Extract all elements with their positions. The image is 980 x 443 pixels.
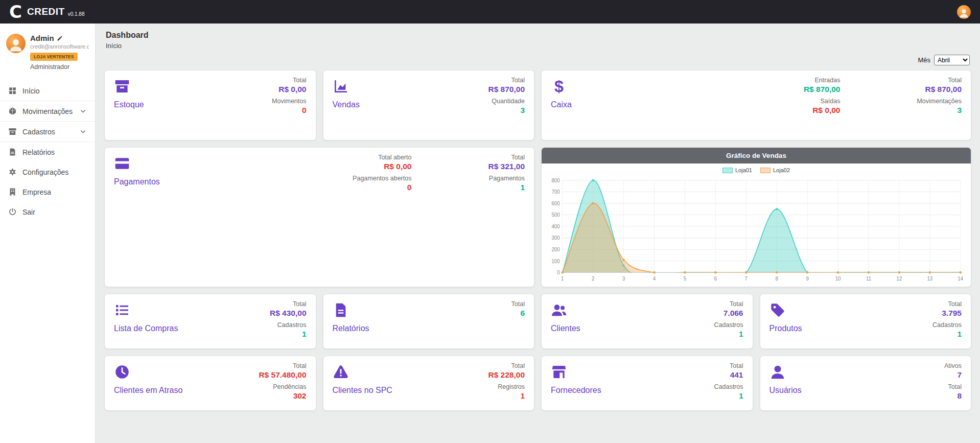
tag-icon [769, 302, 786, 318]
chart-legend: Loja01Loja02 [542, 164, 971, 174]
sidebar-item-sair[interactable]: Sair [0, 202, 95, 222]
card-fornecedores[interactable]: Fornecedores Total 441 Cadastros 1 [542, 356, 753, 410]
stat-value: R$ 0,00 [353, 162, 411, 171]
stat-value: 1 [488, 183, 525, 192]
credit-card-icon [114, 155, 130, 172]
stat-value: 3 [917, 106, 962, 115]
svg-text:9: 9 [806, 276, 809, 282]
store-badge: LOJA VERTENTES [30, 53, 78, 61]
breadcrumb: Início [106, 42, 970, 50]
svg-text:5: 5 [684, 276, 687, 282]
card-pagamentos[interactable]: Pagamentos Total aberto R$ 0,00 Pagament… [105, 148, 534, 287]
stat-label: Pendências [259, 383, 306, 390]
chevron-down-icon [79, 128, 87, 135]
stat-label: Total [488, 362, 525, 369]
svg-text:3: 3 [622, 276, 625, 282]
svg-text:4: 4 [653, 276, 656, 282]
stat-value: 1 [270, 330, 307, 339]
dashboard-grid: Estoque Total R$ 0,00 Movimentos 0 Venda… [105, 71, 971, 410]
stat-value: 1 [714, 391, 743, 401]
gear-icon [8, 168, 17, 176]
svg-text:12: 12 [896, 276, 902, 282]
svg-text:700: 700 [551, 189, 560, 195]
sidebar-item-label: Sair [22, 208, 35, 216]
sidebar-item-configuracoes[interactable]: Configurações [0, 162, 95, 182]
page-title: Dashboard [106, 31, 970, 40]
sidebar-item-label: Relatórios [22, 148, 55, 156]
profile-name: Admin [30, 34, 54, 42]
warning-icon [333, 364, 349, 380]
sidebar-menu: Início Movimentações Cadastros Relatório… [0, 81, 95, 222]
card-relatorios[interactable]: Relatórios Total 6 [323, 294, 534, 348]
brand-name: CREDIT [27, 6, 65, 17]
card-lista-de-compras[interactable]: Lista de Compras Total R$ 430,00 Cadastr… [105, 294, 316, 348]
avatar[interactable] [6, 34, 26, 53]
list-icon [114, 302, 130, 318]
card-vendas[interactable]: Vendas Total R$ 870,00 Quantidade 3 [323, 71, 534, 140]
file-icon [8, 148, 17, 156]
sidebar-item-label: Início [22, 87, 39, 95]
chevron-down-icon [79, 107, 87, 115]
svg-text:200: 200 [551, 247, 560, 252]
main-content: Dashboard Início Mês Abril Estoque Total… [96, 24, 980, 443]
card-caixa[interactable]: $ Caixa Entradas R$ 870,00 Saídas R$ 0,0… [542, 71, 971, 140]
stat-label: Total [488, 77, 525, 84]
svg-text:500: 500 [551, 212, 560, 218]
chart-area-icon [333, 78, 349, 95]
stat-value: 3 [488, 106, 525, 115]
svg-text:10: 10 [835, 276, 841, 282]
svg-text:$: $ [554, 78, 564, 95]
card-clientes[interactable]: Clientes Total 7.066 Cadastros 1 [542, 294, 753, 348]
stat-label: Movimentos [272, 98, 306, 105]
chart-title: Gráfico de Vendas [542, 148, 971, 164]
grid-icon [8, 86, 17, 95]
legend-swatch [722, 168, 733, 173]
svg-text:100: 100 [551, 258, 560, 264]
profile-role: Administrador [30, 63, 89, 71]
card-produtos[interactable]: Produtos Total 3.795 Cadastros 1 [760, 294, 971, 348]
svg-text:2: 2 [592, 276, 595, 282]
clock-icon [114, 364, 130, 380]
sidebar: Admin credit@anronsoftware.co... LOJA VE… [0, 24, 96, 443]
stat-label: Movimentações [917, 98, 962, 105]
profile-email: credit@anronsoftware.co... [30, 43, 89, 50]
svg-text:400: 400 [551, 224, 560, 229]
stat-label: Cadastros [932, 321, 962, 329]
svg-text:11: 11 [866, 276, 872, 282]
user-avatar[interactable] [957, 5, 971, 19]
sidebar-item-label: Configurações [22, 168, 68, 176]
edit-profile-icon[interactable] [57, 35, 63, 41]
sidebar-item-empresa[interactable]: Empresa [0, 182, 95, 202]
stat-value: R$ 430,00 [270, 309, 307, 318]
card-usuarios[interactable]: Usuários Ativos 7 Total 8 [760, 356, 971, 410]
month-filter-label: Mês [918, 56, 930, 64]
sidebar-item-label: Empresa [22, 188, 51, 196]
legend-swatch [760, 168, 771, 173]
stat-label: Total [917, 77, 962, 84]
profile-block: Admin credit@anronsoftware.co... LOJA VE… [0, 32, 95, 76]
card-estoque[interactable]: Estoque Total R$ 0,00 Movimentos 0 [105, 71, 316, 140]
svg-text:600: 600 [551, 200, 560, 206]
stat-label: Cadastros [714, 321, 743, 329]
card-clientes-no-spc[interactable]: Clientes no SPC Total R$ 228,00 Registro… [323, 356, 534, 410]
stat-value: 1 [932, 330, 962, 339]
app-logo: C [9, 3, 22, 20]
sidebar-item-cadastros[interactable]: Cadastros [0, 121, 95, 142]
card-clientes-em-atraso[interactable]: Clientes em Atraso Total R$ 57.480,00 Pe… [105, 356, 316, 410]
svg-text:6: 6 [714, 276, 717, 282]
sidebar-item-relatorios[interactable]: Relatórios [0, 142, 95, 162]
sidebar-item-inicio[interactable]: Início [0, 81, 95, 101]
sidebar-item-movimentacoes[interactable]: Movimentações [0, 101, 95, 121]
stat-value: R$ 870,00 [917, 85, 962, 94]
stat-label: Total [270, 300, 307, 308]
card-title: Usuários [769, 386, 962, 395]
stat-label: Total [944, 383, 962, 390]
topbar: C CREDIT v0.1.88 [0, 0, 980, 24]
sidebar-item-label: Cadastros [22, 128, 55, 136]
cube-icon [8, 107, 17, 115]
month-select[interactable]: Abril [934, 55, 970, 65]
users-icon [551, 302, 567, 318]
power-icon [8, 207, 17, 216]
sales-chart: 0100200300400500600700800123456789101112… [542, 174, 971, 287]
shop-icon [551, 364, 567, 380]
